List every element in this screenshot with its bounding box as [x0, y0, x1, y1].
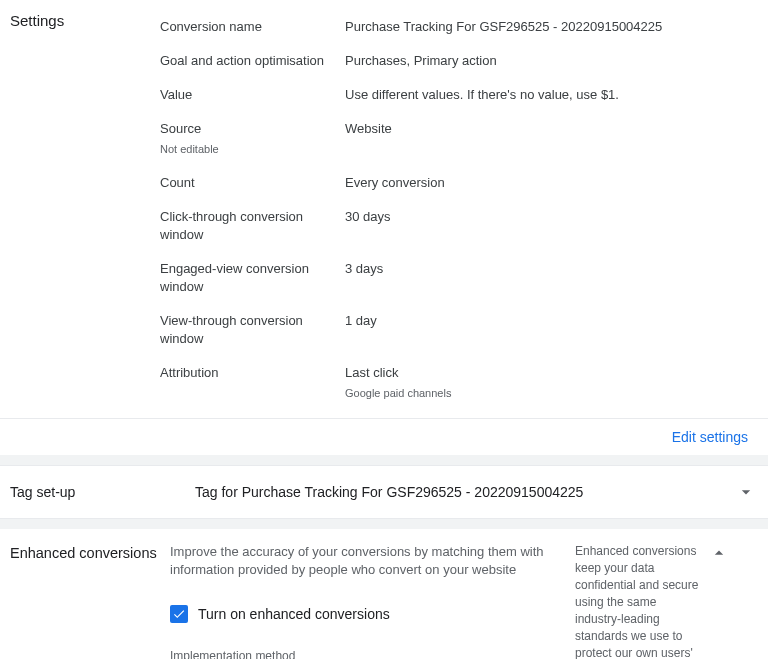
setting-label: Source Not editable — [160, 120, 345, 158]
setting-label: Count — [160, 174, 345, 192]
enhanced-main: Improve the accuracy of your conversions… — [170, 543, 575, 659]
setting-row: Click-through conversion window 30 days — [160, 200, 758, 252]
setting-value: 30 days — [345, 208, 758, 226]
setting-subvalue: Google paid channels — [345, 384, 758, 402]
setting-row: Goal and action optimisation Purchases, … — [160, 44, 758, 78]
chevron-up-icon[interactable] — [708, 543, 730, 659]
setting-label: Engaged-view conversion window — [160, 260, 345, 296]
setting-label: Conversion name — [160, 18, 345, 36]
setting-label: Value — [160, 86, 345, 104]
setting-label: Attribution — [160, 364, 345, 382]
setting-sublabel: Not editable — [160, 140, 345, 158]
setting-value: 1 day — [345, 312, 758, 330]
setting-label: Click-through conversion window — [160, 208, 345, 244]
setting-row: Conversion name Purchase Tracking For GS… — [160, 10, 758, 44]
enhanced-checkbox-label: Turn on enhanced conversions — [198, 606, 390, 622]
setting-row: Source Not editable Website — [160, 112, 758, 166]
chevron-down-icon[interactable] — [734, 480, 758, 504]
setting-label: View-through conversion window — [160, 312, 345, 348]
setting-value: Every conversion — [345, 174, 758, 192]
enhanced-description: Improve the accuracy of your conversions… — [170, 543, 559, 579]
edit-settings-row: Edit settings — [0, 418, 768, 455]
enhanced-checkbox[interactable] — [170, 605, 188, 623]
setting-row: Engaged-view conversion window 3 days — [160, 252, 758, 304]
setting-row: Attribution Last click Google paid chann… — [160, 356, 758, 410]
edit-settings-link[interactable]: Edit settings — [672, 429, 748, 445]
settings-heading: Settings — [10, 10, 160, 410]
enhanced-conversions-section: Enhanced conversions Improve the accurac… — [0, 529, 768, 659]
divider — [0, 519, 768, 529]
tag-setup-title: Tag for Purchase Tracking For GSF296525 … — [160, 484, 734, 500]
implementation-method-label: Implementation method — [170, 649, 559, 659]
setting-row: Count Every conversion — [160, 166, 758, 200]
enhanced-checkbox-row: Turn on enhanced conversions — [170, 605, 559, 623]
enhanced-side-text: Enhanced conversions keep your data conf… — [575, 543, 700, 659]
setting-value: Last click Google paid channels — [345, 364, 758, 402]
setting-row: Value Use different values. If there's n… — [160, 78, 758, 112]
settings-grid: Conversion name Purchase Tracking For GS… — [160, 10, 758, 410]
setting-label: Goal and action optimisation — [160, 52, 345, 70]
setting-value: Website — [345, 120, 758, 138]
setting-value: Purchase Tracking For GSF296525 - 202209… — [345, 18, 758, 36]
setting-value: 3 days — [345, 260, 758, 278]
settings-section: Settings Conversion name Purchase Tracki… — [0, 0, 768, 414]
tag-setup-heading: Tag set-up — [10, 484, 160, 500]
divider — [0, 455, 768, 465]
setting-row: View-through conversion window 1 day — [160, 304, 758, 356]
enhanced-side-panel: Enhanced conversions keep your data conf… — [575, 543, 730, 659]
enhanced-heading: Enhanced conversions — [10, 543, 170, 659]
setting-value: Use different values. If there's no valu… — [345, 86, 758, 104]
setting-value: Purchases, Primary action — [345, 52, 758, 70]
tag-setup-row[interactable]: Tag set-up Tag for Purchase Tracking For… — [0, 465, 768, 519]
